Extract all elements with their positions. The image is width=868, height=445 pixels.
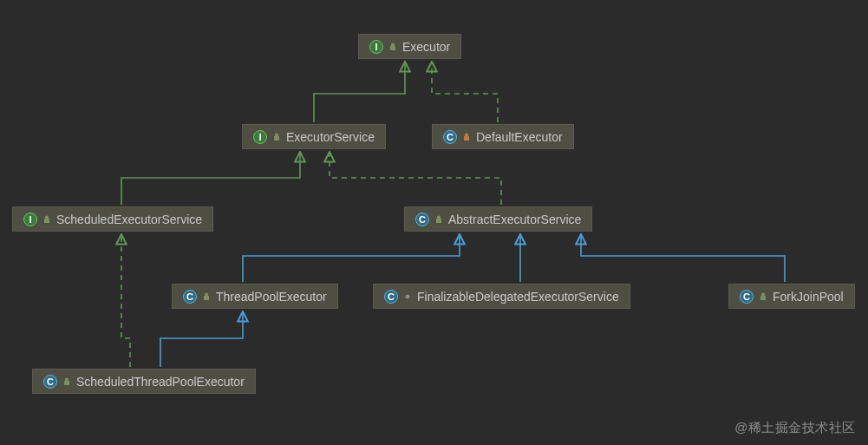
lock-icon bbox=[202, 292, 211, 301]
node-label: ScheduledThreadPoolExecutor bbox=[76, 375, 245, 389]
node-scheduled-thread-pool-executor[interactable]: C ScheduledThreadPoolExecutor bbox=[32, 369, 256, 394]
lock-icon bbox=[62, 377, 71, 386]
class-icon: C bbox=[183, 290, 197, 304]
node-fork-join-pool[interactable]: C ForkJoinPool bbox=[728, 284, 855, 309]
node-executor-service[interactable]: I ExecutorService bbox=[242, 124, 386, 149]
node-label: ScheduledExecutorService bbox=[56, 213, 202, 226]
node-default-executor[interactable]: C DefaultExecutor bbox=[432, 124, 574, 149]
node-label: FinalizableDelegatedExecutorService bbox=[417, 290, 619, 304]
node-finalizable-delegated-executor-service[interactable]: C FinalizableDelegatedExecutorService bbox=[373, 284, 630, 309]
lock-icon bbox=[403, 292, 412, 301]
class-icon: C bbox=[415, 213, 429, 226]
class-icon: C bbox=[43, 375, 57, 389]
lock-icon bbox=[759, 292, 767, 301]
lock-icon bbox=[462, 133, 471, 141]
node-label: ThreadPoolExecutor bbox=[216, 290, 327, 304]
node-label: DefaultExecutor bbox=[476, 130, 563, 144]
node-executor[interactable]: I Executor bbox=[358, 34, 461, 59]
interface-icon: I bbox=[369, 40, 383, 54]
svg-point-0 bbox=[406, 295, 410, 299]
lock-icon bbox=[388, 43, 397, 51]
node-abstract-executor-service[interactable]: C AbstractExecutorService bbox=[404, 206, 592, 232]
interface-icon: I bbox=[23, 213, 37, 226]
node-label: Executor bbox=[402, 40, 450, 54]
node-scheduled-executor-service[interactable]: I ScheduledExecutorService bbox=[12, 206, 213, 232]
node-label: ExecutorService bbox=[286, 130, 375, 144]
lock-icon bbox=[272, 133, 281, 141]
lock-icon bbox=[434, 215, 443, 224]
interface-icon: I bbox=[253, 130, 267, 144]
lock-icon bbox=[42, 215, 51, 224]
class-icon: C bbox=[443, 130, 457, 144]
node-label: AbstractExecutorService bbox=[448, 213, 581, 226]
class-icon: C bbox=[740, 290, 754, 304]
watermark-text: @稀土掘金技术社区 bbox=[734, 420, 856, 436]
class-icon: C bbox=[384, 290, 398, 304]
node-thread-pool-executor[interactable]: C ThreadPoolExecutor bbox=[172, 284, 338, 309]
node-label: ForkJoinPool bbox=[773, 290, 844, 304]
